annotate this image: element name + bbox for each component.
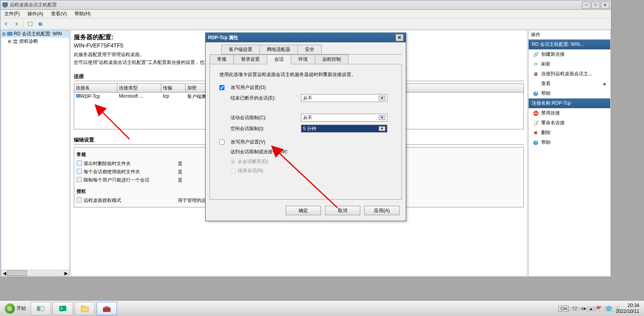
action-help[interactable]: ?帮助 [529, 138, 610, 147]
ok-button[interactable]: 确定 [286, 206, 321, 215]
tab-general[interactable]: 常规 [210, 54, 234, 64]
tab-login-settings[interactable]: 登录设置 [234, 54, 267, 64]
clock-date: 2022/10/11 [616, 309, 639, 314]
close-button[interactable]: ✕ [601, 2, 609, 9]
radio-disconnect-row: 从会话断开(D) [230, 158, 392, 165]
dialog-titlebar[interactable]: RDP-Tcp 属性 ✕ [206, 33, 406, 42]
menu-help[interactable]: 帮助(H) [72, 10, 93, 18]
toolbar-forward[interactable] [12, 20, 21, 28]
action-disable[interactable]: ⛔禁用连接 [529, 108, 610, 118]
tray-network-icon[interactable]: 🌐 [606, 306, 612, 311]
svg-text:?: ? [535, 140, 537, 145]
override-checkbox-1[interactable] [219, 85, 224, 90]
taskbar-app-3[interactable] [75, 302, 95, 315]
action-rename[interactable]: 📝重命名连接 [529, 118, 610, 128]
svg-rect-24 [81, 306, 84, 307]
apply-button[interactable]: 应用(A) [364, 206, 400, 215]
system-tray[interactable]: CH 🛡 🕪 ▴ 🚩 🌐 20:34 2022/10/11 [555, 303, 642, 314]
scroll-right-icon[interactable]: ▶ [63, 270, 69, 276]
app-icon [2, 2, 8, 8]
blank-icon [533, 81, 539, 87]
titlebar-controls: ─ □ ✕ [582, 2, 609, 9]
end-disconnected-row: 结束已断开的会话(E): 从不▼ [230, 94, 392, 102]
taskbar-app-rdconfig[interactable] [97, 302, 117, 315]
dialog-close-button[interactable]: ✕ [396, 34, 403, 41]
setting-icon [77, 169, 82, 174]
start-button[interactable]: ⊞ 开始 [2, 302, 29, 315]
tray-icon[interactable]: 🕪 [581, 306, 586, 311]
main-titlebar[interactable]: 远程桌面会话主机配置 ─ □ ✕ [0, 0, 611, 10]
end-disconnected-label: 结束已断开的会话(E): [230, 95, 297, 102]
setting-value: 是 [178, 177, 182, 183]
col-name[interactable]: 连接名 [74, 84, 117, 92]
setting-label: 每个会话都使用临时文件夹 [84, 169, 178, 175]
radio-end-row: 结束会话(N) [230, 167, 392, 174]
end-disconnected-select[interactable]: 从不▼ [301, 94, 387, 102]
cancel-button[interactable]: 取消 [325, 206, 360, 215]
setting-icon [77, 177, 82, 182]
action-refresh[interactable]: ⟳刷新 [529, 59, 610, 69]
tab-session[interactable]: 会话 [267, 54, 291, 64]
tree-child-node[interactable]: ⊞ 授权诊断 [1, 38, 69, 45]
help-icon: ? [533, 140, 539, 146]
col-transport[interactable]: 传输 [161, 84, 186, 92]
col-type[interactable]: 连接类型 [117, 84, 161, 92]
toolbar-back[interactable] [2, 20, 11, 28]
menu-file[interactable]: 文件(F) [2, 10, 22, 18]
action-delete[interactable]: ✖删除 [529, 128, 610, 138]
svg-rect-10 [77, 169, 82, 174]
idle-limit-select[interactable]: 5 分钟▼ [301, 125, 387, 133]
maximize-button[interactable]: □ [591, 2, 600, 9]
tree-panel[interactable]: ⊟ RD 会话主机配置: WIN ⊞ 授权诊断 ◀ ▶ [1, 30, 69, 276]
svg-rect-6 [13, 40, 17, 41]
tab-client-settings[interactable]: 客户端设置 [221, 45, 260, 54]
svg-rect-0 [3, 3, 7, 6]
reach-limit-label: 达到会话限制或连接中断时: [230, 149, 288, 155]
tab-remote-control[interactable]: 远程控制 [315, 54, 348, 64]
override-checkbox-2[interactable] [219, 140, 224, 145]
scroll-left-icon[interactable]: ◀ [1, 270, 7, 276]
tree-expander-icon[interactable]: ⊞ [7, 39, 11, 44]
tabstrip-row2: 常规 登录设置 会话 环境 远程控制 [210, 54, 402, 64]
menu-action[interactable]: 操作(A) [25, 10, 46, 18]
setting-icon [77, 197, 82, 203]
minimize-button[interactable]: ─ [582, 2, 591, 9]
svg-rect-20 [41, 306, 44, 311]
dialog-body: 客户端设置 网络适配器 安全 常规 登录设置 会话 环境 远程控制 使用此选项卡… [206, 42, 406, 221]
tray-chevron-icon[interactable]: ▴ [590, 306, 592, 311]
tab-security[interactable]: 安全 [297, 45, 322, 54]
taskbar[interactable]: ⊞ 开始 >_ CH 🛡 🕪 ▴ 🚩 🌐 20:34 2022/10/11 [0, 300, 644, 316]
toolbar-help[interactable]: ? [36, 20, 45, 28]
scroll-thumb[interactable] [7, 270, 27, 276]
setting-value: 是 [178, 160, 182, 167]
taskbar-app-2[interactable]: >_ [53, 302, 73, 315]
toolbar-misc[interactable] [26, 20, 35, 28]
actions-title: 操作 [529, 30, 610, 40]
action-view[interactable]: 查看 [529, 79, 610, 89]
menu-view[interactable]: 查看(V) [49, 10, 69, 18]
chevron-down-icon: ▼ [379, 115, 385, 120]
tree-scrollbar[interactable]: ◀ ▶ [1, 270, 69, 276]
active-limit-select[interactable]: 从不▼ [301, 114, 387, 122]
conn-name-cell: RDP-Tcp [74, 93, 117, 101]
svg-rect-25 [103, 308, 110, 312]
tree-expander-icon[interactable]: ⊟ [2, 32, 6, 36]
language-indicator[interactable]: CH [558, 305, 569, 312]
help-icon: ? [533, 91, 539, 97]
tab-environment[interactable]: 环境 [291, 54, 315, 64]
action-connect[interactable]: 🖥连接到远程桌面会话主... [529, 69, 610, 79]
clock[interactable]: 20:34 2022/10/11 [616, 303, 639, 314]
radio-end-label: 结束会话(N) [238, 167, 263, 174]
tray-icon[interactable]: 🛡 [573, 306, 577, 311]
tree-root-node[interactable]: ⊟ RD 会话主机配置: WIN [1, 30, 69, 38]
svg-rect-8 [76, 94, 81, 97]
rdp-properties-dialog[interactable]: RDP-Tcp 属性 ✕ 客户端设置 网络适配器 安全 常规 登录设置 会话 环… [205, 33, 406, 221]
action-new-connection[interactable]: 🔗创建新连接 [529, 49, 610, 59]
svg-text:>_: >_ [60, 306, 66, 311]
tab-network-adapter[interactable]: 网络适配器 [259, 45, 298, 54]
action-help[interactable]: ?帮助 [529, 89, 610, 98]
actions-heading-1: RD 会话主机配置: WIN... [529, 40, 610, 49]
taskbar-app-1[interactable] [31, 302, 51, 315]
svg-rect-5 [7, 32, 12, 35]
tray-flag-icon[interactable]: 🚩 [596, 306, 602, 311]
